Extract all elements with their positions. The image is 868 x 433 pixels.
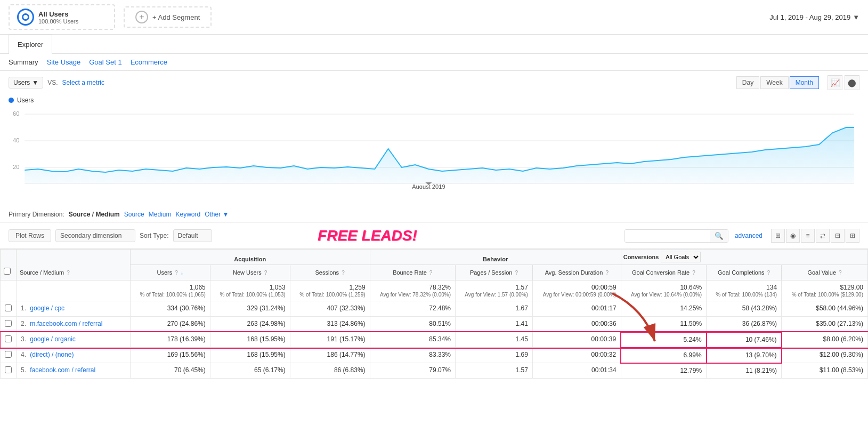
pivot-view-button[interactable]: ⊟ — [831, 229, 845, 243]
row-avg-session-1: 00:01:17 — [532, 301, 621, 317]
month-button[interactable]: Month — [790, 76, 819, 89]
dim-source-link[interactable]: Source — [124, 211, 144, 218]
select-all-checkbox[interactable] — [4, 268, 11, 275]
table-view-button[interactable]: ⊞ — [846, 229, 859, 243]
source-link-4[interactable]: (direct) / (none) — [30, 351, 74, 358]
source-link-2[interactable]: m.facebook.com / referral — [30, 320, 102, 327]
row-goal-comp-5: 11 (8.21%) — [707, 363, 782, 379]
goal-completions-col-header[interactable]: Goal Completions ? — [707, 265, 782, 280]
totals-goal-completions: 134 % of Total: 100.00% (134) — [707, 280, 782, 301]
segment-sub: 100.00% Users — [38, 18, 78, 25]
row-pages-2: 1.41 — [455, 317, 532, 332]
line-chart-button[interactable]: 📈 — [828, 75, 842, 90]
source-link-5[interactable]: facebook.com / referral — [30, 366, 95, 374]
table-controls: Plot Rows Secondary dimension Sort Type:… — [0, 223, 868, 249]
row-sessions-5: 86 (6.83%) — [290, 363, 370, 379]
bounce-rate-col-header[interactable]: Bounce Rate ? — [370, 265, 455, 280]
pages-session-col-header[interactable]: Pages / Session ? — [455, 265, 532, 280]
goal-conv-rate-col-header[interactable]: Goal Conversion Rate ? — [621, 265, 706, 280]
row-checkbox-5[interactable] — [5, 366, 12, 373]
row-new-users-3: 168 (15.95%) — [210, 332, 290, 348]
source-help-icon[interactable]: ? — [67, 270, 70, 276]
subtab-site-usage[interactable]: Site Usage — [47, 58, 81, 66]
data-table: Source / Medium ? Acquisition Behavior C… — [0, 249, 868, 379]
row-checkbox-4[interactable] — [5, 351, 12, 358]
list-view-button[interactable]: ≡ — [801, 229, 815, 243]
sub-tabs: Summary Site Usage Goal Set 1 Ecommerce — [0, 54, 868, 71]
table-row: 1. google / cpc 334 (30.76%) 329 (31.24%… — [1, 301, 868, 317]
date-range[interactable]: Jul 1, 2019 - Aug 29, 2019 ▼ — [769, 13, 859, 21]
dim-keyword-link[interactable]: Keyword — [175, 211, 200, 218]
source-link-3[interactable]: google / organic — [30, 335, 75, 343]
users-col-header[interactable]: Users ? ↓ — [130, 265, 210, 280]
row-goal-val-3: $8.00 (6.20%) — [782, 332, 868, 348]
subtab-goal-set1[interactable]: Goal Set 1 — [89, 58, 121, 66]
sessions-col-header[interactable]: Sessions ? — [290, 265, 370, 280]
new-users-col-header[interactable]: New Users ? — [210, 265, 290, 280]
add-segment-button[interactable]: + + Add Segment — [124, 6, 212, 28]
dim-medium-link[interactable]: Medium — [149, 211, 172, 218]
row-bounce-4: 83.33% — [370, 348, 455, 363]
subtab-summary[interactable]: Summary — [9, 58, 38, 66]
row-users-1: 334 (30.76%) — [130, 301, 210, 317]
source-medium-header: Source / Medium ? — [17, 250, 131, 280]
day-button[interactable]: Day — [736, 76, 759, 89]
grid-view-button[interactable]: ⊞ — [771, 229, 785, 243]
all-goals-select[interactable]: All Goals — [661, 252, 701, 262]
advanced-link[interactable]: advanced — [735, 232, 762, 239]
search-button[interactable]: 🔍 — [710, 230, 728, 242]
free-leads-text: FREE LEADS! — [318, 227, 417, 244]
row-users-3: 178 (16.39%) — [130, 332, 210, 348]
secondary-dimension-select[interactable]: Secondary dimension — [55, 229, 135, 242]
avg-session-col-header[interactable]: Avg. Session Duration ? — [532, 265, 621, 280]
vs-label: VS. — [47, 79, 58, 86]
add-segment-icon: + — [135, 11, 148, 23]
dim-other-dropdown[interactable]: Other ▼ — [205, 211, 229, 218]
primary-dim-active: Source / Medium — [69, 211, 120, 218]
table-row-highlighted: 3. google / organic 178 (16.39%) 168 (15… — [1, 332, 868, 348]
plot-rows-button[interactable]: Plot Rows — [9, 229, 51, 242]
row-bounce-2: 80.51% — [370, 317, 455, 332]
totals-sessions: 1,259 % of Total: 100.00% (1,259) — [290, 280, 370, 301]
row-source-3: 3. google / organic — [17, 332, 131, 348]
metric-dropdown-icon: ▼ — [32, 79, 38, 86]
sort-type-select[interactable]: Default — [173, 229, 212, 242]
week-button[interactable]: Week — [760, 76, 788, 89]
row-goal-val-1: $58.00 (44.96%) — [782, 301, 868, 317]
row-source-4: 4. (direct) / (none) — [17, 348, 131, 363]
tab-explorer[interactable]: Explorer — [9, 35, 52, 54]
row-avg-session-4: 00:00:32 — [532, 348, 621, 363]
pie-view-button[interactable]: ◉ — [786, 229, 800, 243]
row-goal-comp-3: 10 (7.46%) — [707, 332, 782, 348]
row-checkbox-2[interactable] — [5, 320, 12, 327]
row-checkbox-3[interactable] — [5, 335, 12, 342]
date-range-text: Jul 1, 2019 - Aug 29, 2019 — [769, 13, 850, 21]
users-metric-selector[interactable]: Users ▼ — [9, 77, 43, 89]
row-users-2: 270 (24.86%) — [130, 317, 210, 332]
row-sessions-2: 313 (24.86%) — [290, 317, 370, 332]
row-goal-conv-1: 14.25% — [621, 301, 706, 317]
goal-value-col-header[interactable]: Goal Value ? — [782, 265, 868, 280]
svg-text:60: 60 — [13, 110, 19, 117]
totals-row: 1,065 % of Total: 100.00% (1,065) 1,053 … — [1, 280, 868, 301]
row-new-users-4: 168 (15.95%) — [210, 348, 290, 363]
add-segment-label: + Add Segment — [152, 13, 200, 21]
all-users-segment[interactable]: All Users 100.00% Users — [9, 4, 115, 30]
select-metric[interactable]: Select a metric — [62, 79, 104, 86]
pie-chart-button[interactable]: ⬤ — [845, 75, 859, 90]
behavior-group-header: Behavior — [370, 250, 621, 265]
sort-type-label: Sort Type: — [140, 232, 168, 239]
table-row-highlighted-2: 4. (direct) / (none) 169 (15.56%) 168 (1… — [1, 348, 868, 363]
primary-dimension: Primary Dimension: Source / Medium Sourc… — [0, 206, 868, 223]
compare-view-button[interactable]: ⇄ — [816, 229, 830, 243]
subtab-ecommerce[interactable]: Ecommerce — [131, 58, 167, 66]
row-goal-val-2: $35.00 (27.13%) — [782, 317, 868, 332]
row-checkbox-1[interactable] — [5, 304, 12, 311]
totals-bounce-rate: 78.32% Avg for View: 78.32% (0.00%) — [370, 280, 455, 301]
totals-goal-value: $129.00 % of Total: 100.00% ($129.00) — [782, 280, 868, 301]
row-sessions-4: 186 (14.77%) — [290, 348, 370, 363]
source-link-1[interactable]: google / cpc — [30, 304, 64, 312]
chart-controls: Users ▼ VS. Select a metric Day Week Mon… — [0, 71, 868, 94]
search-input[interactable] — [625, 230, 710, 242]
svg-text:20: 20 — [13, 164, 19, 170]
